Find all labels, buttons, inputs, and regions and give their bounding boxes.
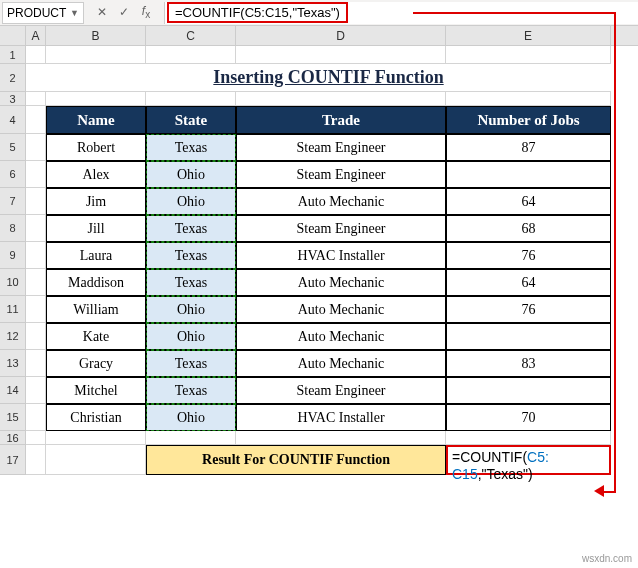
cell-A12[interactable] (26, 323, 46, 350)
header-name[interactable]: Name (46, 106, 146, 134)
cell-state[interactable]: Ohio (146, 296, 236, 323)
cell-name[interactable]: Christian (46, 404, 146, 431)
cell-name[interactable]: Mitchel (46, 377, 146, 404)
header-trade[interactable]: Trade (236, 106, 446, 134)
cell-A10[interactable] (26, 269, 46, 296)
cell-B1[interactable] (46, 46, 146, 64)
cell-jobs[interactable]: 87 (446, 134, 611, 161)
cell-name[interactable]: Kate (46, 323, 146, 350)
cell-A4[interactable] (26, 106, 46, 134)
cell-A8[interactable] (26, 215, 46, 242)
cell-trade[interactable]: Steam Engineer (236, 215, 446, 242)
cell-jobs[interactable]: 64 (446, 188, 611, 215)
cell-A7[interactable] (26, 188, 46, 215)
cell-state[interactable]: Texas (146, 377, 236, 404)
cell-A2[interactable] (26, 64, 46, 92)
cell-jobs[interactable]: 76 (446, 296, 611, 323)
cell-A9[interactable] (26, 242, 46, 269)
cell-name[interactable]: Jill (46, 215, 146, 242)
col-header-A[interactable]: A (26, 26, 46, 45)
row-header-13[interactable]: 13 (0, 350, 26, 377)
fx-icon[interactable]: fx (138, 4, 154, 20)
cell-trade[interactable]: Auto Mechanic (236, 269, 446, 296)
cell-trade[interactable]: Auto Mechanic (236, 296, 446, 323)
cell-B3[interactable] (46, 92, 146, 106)
row-header-5[interactable]: 5 (0, 134, 26, 161)
row-header-7[interactable]: 7 (0, 188, 26, 215)
row-header-11[interactable]: 11 (0, 296, 26, 323)
cell-jobs[interactable]: 83 (446, 350, 611, 377)
cell-C1[interactable] (146, 46, 236, 64)
cell-A15[interactable] (26, 404, 46, 431)
cell-name[interactable]: William (46, 296, 146, 323)
row-header-16[interactable]: 16 (0, 431, 26, 445)
row-header-9[interactable]: 9 (0, 242, 26, 269)
cell-B16[interactable] (46, 431, 146, 445)
cell-A16[interactable] (26, 431, 46, 445)
cell-name[interactable]: Laura (46, 242, 146, 269)
cell-jobs[interactable]: 70 (446, 404, 611, 431)
row-header-4[interactable]: 4 (0, 106, 26, 134)
cell-C3[interactable] (146, 92, 236, 106)
cell-name[interactable]: Maddison (46, 269, 146, 296)
row-header-6[interactable]: 6 (0, 161, 26, 188)
cell-D1[interactable] (236, 46, 446, 64)
cell-E1[interactable] (446, 46, 611, 64)
cell-trade[interactable]: HVAC Installer (236, 242, 446, 269)
cell-name[interactable]: Jim (46, 188, 146, 215)
select-all-corner[interactable] (0, 26, 26, 45)
row-header-8[interactable]: 8 (0, 215, 26, 242)
cell-A13[interactable] (26, 350, 46, 377)
cell-trade[interactable]: HVAC Installer (236, 404, 446, 431)
header-state[interactable]: State (146, 106, 236, 134)
cell-jobs[interactable]: 76 (446, 242, 611, 269)
header-jobs[interactable]: Number of Jobs (446, 106, 611, 134)
cell-state[interactable]: Texas (146, 215, 236, 242)
row-header-12[interactable]: 12 (0, 323, 26, 350)
cell-A1[interactable] (26, 46, 46, 64)
cell-E3[interactable] (446, 92, 611, 106)
cell-state[interactable]: Texas (146, 269, 236, 296)
cell-state[interactable]: Ohio (146, 404, 236, 431)
row-header-2[interactable]: 2 (0, 64, 26, 92)
cell-jobs[interactable] (446, 377, 611, 404)
title-cell[interactable]: Inserting COUNTIF Function (46, 64, 611, 92)
cell-trade[interactable]: Steam Engineer (236, 377, 446, 404)
cell-state[interactable]: Texas (146, 134, 236, 161)
cell-trade[interactable]: Steam Engineer (236, 134, 446, 161)
cell-trade[interactable]: Auto Mechanic (236, 323, 446, 350)
row-header-14[interactable]: 14 (0, 377, 26, 404)
formula-editing-cell[interactable]: =COUNTIF(C5: C15,"Texas") (446, 445, 611, 475)
cell-A5[interactable] (26, 134, 46, 161)
cell-A17[interactable] (26, 445, 46, 475)
cell-A3[interactable] (26, 92, 46, 106)
cell-trade[interactable]: Steam Engineer (236, 161, 446, 188)
cell-state[interactable]: Texas (146, 350, 236, 377)
cell-A11[interactable] (26, 296, 46, 323)
cell-E16[interactable] (446, 431, 611, 445)
cell-state[interactable]: Ohio (146, 161, 236, 188)
result-label-cell[interactable]: Result For COUNTIF Function (146, 445, 446, 475)
cell-state[interactable]: Texas (146, 242, 236, 269)
cell-D16[interactable] (236, 431, 446, 445)
enter-icon[interactable]: ✓ (116, 5, 132, 19)
cell-jobs[interactable] (446, 323, 611, 350)
cell-C16[interactable] (146, 431, 236, 445)
row-header-10[interactable]: 10 (0, 269, 26, 296)
col-header-B[interactable]: B (46, 26, 146, 45)
cell-jobs[interactable]: 64 (446, 269, 611, 296)
dropdown-icon[interactable]: ▼ (70, 8, 79, 18)
cell-D3[interactable] (236, 92, 446, 106)
cell-name[interactable]: Robert (46, 134, 146, 161)
row-header-1[interactable]: 1 (0, 46, 26, 64)
cell-A6[interactable] (26, 161, 46, 188)
formula-input[interactable]: =COUNTIF(C5:C15,"Texas") (164, 2, 638, 24)
cell-A14[interactable] (26, 377, 46, 404)
cell-name[interactable]: Gracy (46, 350, 146, 377)
col-header-D[interactable]: D (236, 26, 446, 45)
cell-B17[interactable] (46, 445, 146, 475)
cell-jobs[interactable]: 68 (446, 215, 611, 242)
cell-jobs[interactable] (446, 161, 611, 188)
cell-state[interactable]: Ohio (146, 323, 236, 350)
cell-trade[interactable]: Auto Mechanic (236, 350, 446, 377)
